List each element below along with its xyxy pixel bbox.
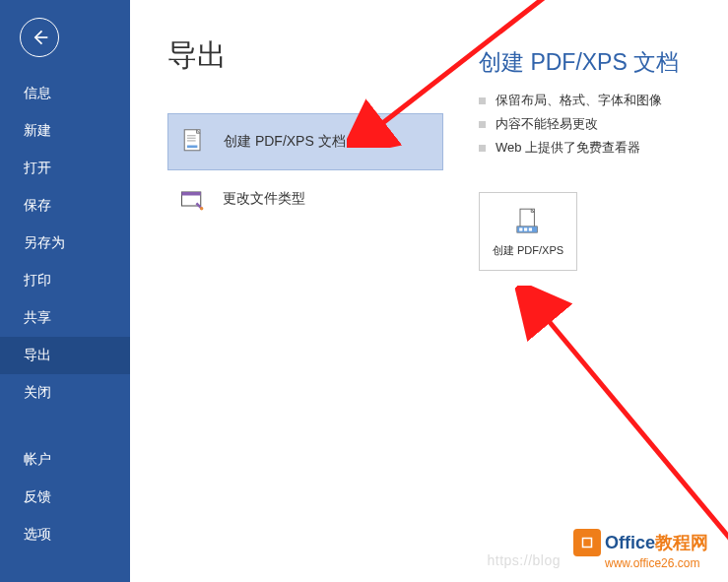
back-button[interactable] xyxy=(20,18,59,57)
pdf-export-icon xyxy=(512,206,544,237)
nav-print[interactable]: 打印 xyxy=(0,262,130,299)
watermark-brand-1: Office xyxy=(605,533,655,553)
bullet-icon xyxy=(479,97,486,104)
watermark-logo-icon xyxy=(573,529,601,556)
svg-rect-16 xyxy=(583,539,591,547)
export-option-label: 更改文件类型 xyxy=(223,190,305,208)
bullet-text: Web 上提供了免费查看器 xyxy=(496,139,640,157)
nav-save[interactable]: 保存 xyxy=(0,187,130,225)
svg-rect-12 xyxy=(529,227,532,230)
nav-new[interactable]: 新建 xyxy=(0,112,130,150)
svg-rect-6 xyxy=(182,192,201,196)
site-watermark: Office 教程网 www.office26.com xyxy=(573,529,708,570)
export-option-pdfxps[interactable]: 创建 PDF/XPS 文档 xyxy=(167,113,443,170)
nav-account[interactable]: 帐户 xyxy=(0,441,130,479)
bullet-text: 内容不能轻易更改 xyxy=(496,115,598,133)
nav-info[interactable]: 信息 xyxy=(0,75,130,112)
change-file-type-icon xyxy=(177,184,207,214)
svg-rect-3 xyxy=(187,138,196,139)
bullet-item: Web 上提供了免费查看器 xyxy=(479,139,679,157)
nav-options[interactable]: 选项 xyxy=(0,516,130,553)
nav-feedback[interactable]: 反馈 xyxy=(0,479,130,516)
faint-watermark: https://blog xyxy=(488,552,562,568)
svg-rect-11 xyxy=(524,227,527,230)
watermark-brand-2: 教程网 xyxy=(655,531,708,554)
page-title: 导出 xyxy=(167,35,455,76)
svg-rect-1 xyxy=(187,146,198,149)
nav-share[interactable]: 共享 xyxy=(0,299,130,337)
bullet-icon xyxy=(479,121,486,128)
create-pdfxps-heading: 创建 PDF/XPS 文档 xyxy=(479,47,679,78)
export-option-change-file-type[interactable]: 更改文件类型 xyxy=(167,170,443,227)
svg-rect-10 xyxy=(519,227,522,230)
svg-rect-4 xyxy=(187,140,196,141)
bullet-item: 保留布局、格式、字体和图像 xyxy=(479,92,679,109)
nav-close[interactable]: 关闭 xyxy=(0,374,130,412)
create-pdfxps-button[interactable]: 创建 PDF/XPS xyxy=(479,192,577,271)
main-area: 导出 创建 PDF/XPS 文档 xyxy=(130,0,728,582)
svg-rect-2 xyxy=(187,135,196,136)
svg-point-7 xyxy=(200,207,204,211)
nav-save-as[interactable]: 另存为 xyxy=(0,225,130,262)
watermark-url: www.office26.com xyxy=(605,556,700,570)
backstage-sidebar: 信息 新建 打开 保存 另存为 打印 共享 导出 关闭 帐户 反馈 选项 xyxy=(0,0,130,582)
bullet-icon xyxy=(479,145,486,152)
pdf-document-icon xyxy=(178,127,208,157)
export-option-label: 创建 PDF/XPS 文档 xyxy=(224,133,346,151)
bullet-text: 保留布局、格式、字体和图像 xyxy=(496,92,662,109)
bullet-item: 内容不能轻易更改 xyxy=(479,115,679,133)
back-arrow-icon xyxy=(30,28,49,47)
create-pdfxps-button-label: 创建 PDF/XPS xyxy=(493,243,563,258)
nav-export[interactable]: 导出 xyxy=(0,337,130,374)
nav-open[interactable]: 打开 xyxy=(0,150,130,187)
